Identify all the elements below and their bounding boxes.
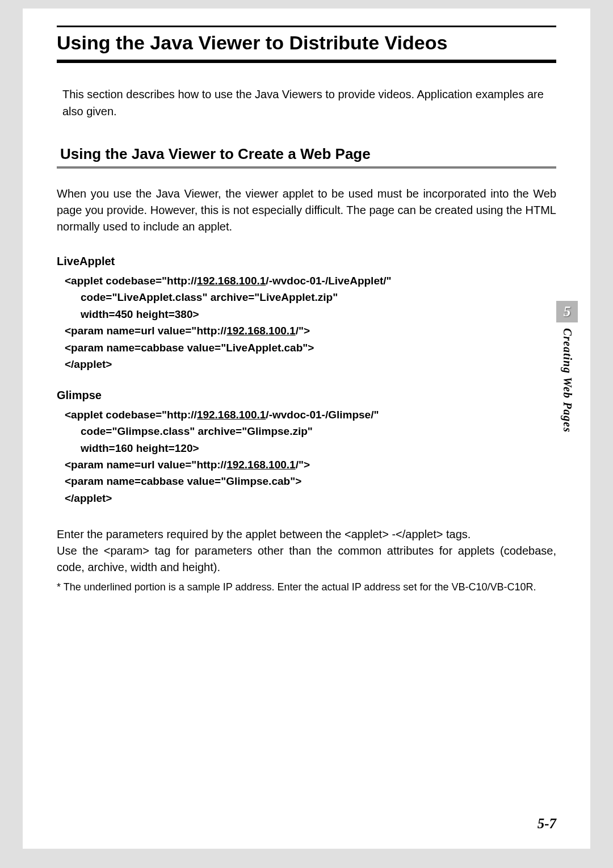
section-intro-paragraph: When you use the Java Viewer, the viewer…: [57, 186, 556, 235]
code-text: <applet codebase="http://: [65, 275, 197, 287]
code-ip-underlined: 192.168.100.1: [197, 275, 266, 287]
closing-paragraph: Enter the parameters required by the app…: [57, 526, 556, 576]
code-label: LiveApplet: [57, 255, 556, 268]
chapter-label: Creating Web Pages: [561, 328, 574, 433]
code-text: <applet codebase="http://: [65, 409, 197, 421]
code-text: /">: [296, 325, 310, 337]
code-text: /-wvdoc-01-/Glimpse/": [266, 409, 379, 421]
code-text: /">: [296, 459, 310, 471]
page-number: 5-7: [538, 816, 556, 832]
code-block: <applet codebase="http://192.168.100.1/-…: [57, 272, 556, 373]
code-text: /-wvdoc-01-/LiveApplet/": [266, 275, 391, 287]
code-ip-underlined: 192.168.100.1: [226, 459, 296, 471]
chapter-number: 5: [564, 303, 571, 320]
code-ip-underlined: 192.168.100.1: [197, 409, 266, 421]
code-label: Glimpse: [57, 389, 556, 402]
chapter-side-tab: 5 Creating Web Pages: [556, 301, 578, 454]
code-example-liveapplet: LiveApplet <applet codebase="http://192.…: [57, 255, 556, 373]
paragraph-line: Enter the parameters required by the app…: [57, 526, 556, 543]
code-text: <param name=url value="http://: [65, 459, 226, 471]
code-text: code="Glimpse.class" archive="Glimpse.zi…: [65, 423, 556, 439]
code-text: <param name=cabbase value="LiveApplet.ca…: [65, 339, 556, 356]
code-text: </applet>: [65, 356, 556, 372]
code-text: width=160 height=120>: [65, 440, 556, 456]
code-text: width=450 height=380>: [65, 306, 556, 322]
footnote: * The underlined portion is a sample IP …: [57, 580, 556, 594]
code-text: </applet>: [65, 490, 556, 506]
section-title: Using the Java Viewer to Create a Web Pa…: [57, 145, 556, 169]
code-block: <applet codebase="http://192.168.100.1/-…: [57, 406, 556, 507]
main-title: Using the Java Viewer to Distribute Vide…: [57, 26, 556, 63]
intro-paragraph: This section describes how to use the Ja…: [57, 86, 556, 120]
code-text: <param name=url value="http://: [65, 325, 226, 337]
code-ip-underlined: 192.168.100.1: [226, 325, 296, 337]
document-page: Using the Java Viewer to Distribute Vide…: [23, 9, 590, 849]
code-example-glimpse: Glimpse <applet codebase="http://192.168…: [57, 389, 556, 507]
code-text: code="LiveApplet.class" archive="LiveApp…: [65, 289, 556, 305]
paragraph-line: Use the <param> tag for parameters other…: [57, 543, 556, 576]
code-text: <param name=cabbase value="Glimpse.cab">: [65, 473, 556, 489]
